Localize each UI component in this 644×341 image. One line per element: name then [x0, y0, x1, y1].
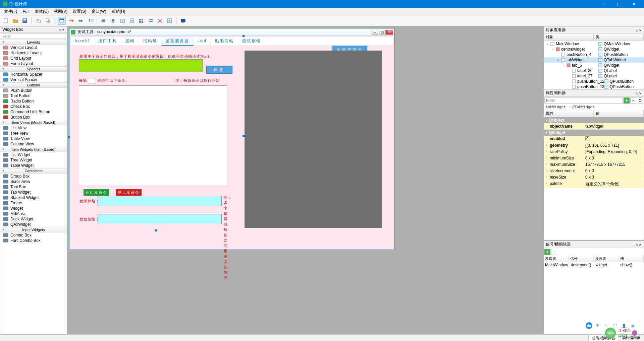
widget-item[interactable]: Widget [0, 206, 67, 211]
minimize-button[interactable]: ─ [597, 0, 612, 8]
close-panel-icon[interactable]: ✕ [62, 28, 65, 31]
float-icon[interactable]: ◇ [636, 243, 638, 247]
widget-item[interactable]: Horizontal Spacer [0, 72, 67, 77]
float-icon[interactable]: ◇ [636, 29, 638, 32]
bring-front-button[interactable] [44, 17, 52, 25]
widget-group-header[interactable]: Buttons [0, 82, 67, 88]
edit-taborder-button[interactable]: 12 [86, 17, 94, 25]
network-monitor[interactable]: 56% ↑1.8K/s ↓2K/s [605, 328, 637, 338]
widget-item[interactable]: Tab Widget [0, 190, 67, 195]
close-panel-icon[interactable]: ✕ [639, 243, 642, 247]
tree-row[interactable]: pushButton_13QPushButton [544, 84, 644, 89]
signal-header[interactable]: 发送者 信号 接收者 槽 [544, 256, 644, 262]
widget-item[interactable]: Grid Layout [0, 56, 67, 61]
widget-item[interactable]: Push Button [0, 88, 67, 93]
start-button[interactable]: 开始发命令 [84, 189, 109, 196]
remove-connection-button[interactable]: − [551, 249, 557, 255]
widget-group-header[interactable]: Item Views (Model-Based) [0, 120, 67, 125]
float-icon[interactable]: ◇ [636, 92, 638, 95]
form-tab[interactable]: 接口工具 [94, 37, 121, 46]
property-row[interactable]: sizePolicy[Expanding, Expanding, 0, 0] [544, 149, 644, 155]
form-tab[interactable]: cmd [194, 37, 211, 46]
form-tab[interactable]: base64 [71, 37, 94, 46]
widget-item[interactable]: Column View [0, 141, 67, 147]
widget-item[interactable]: Form Layout [0, 61, 67, 66]
widget-item[interactable]: Command Link Button [0, 109, 67, 115]
property-row[interactable]: geometry[(0, 10), 661 x 711] [544, 142, 644, 149]
property-section[interactable]: ▾ QObject [544, 117, 644, 123]
widget-group-header[interactable]: Item Widgets (Item-Based) [0, 147, 67, 152]
edit-buddies-button[interactable] [76, 17, 85, 25]
url-input[interactable] [79, 59, 203, 72]
property-section[interactable]: ▾ QWidget [544, 130, 644, 136]
widget-item[interactable]: Group Box [0, 174, 67, 179]
widget-group-header[interactable]: Layouts [0, 40, 67, 45]
accel-icon[interactable] [632, 330, 637, 336]
form-titlebar[interactable]: 测试工具 - suoyouxiangmu.ui* ─ ▢ ✕ [69, 28, 394, 36]
commands-textarea[interactable] [79, 85, 227, 185]
widget-item[interactable]: Vertical Spacer [0, 77, 67, 82]
widget-item[interactable]: Button Box [0, 115, 67, 120]
widget-group-header[interactable]: Spacers [0, 66, 67, 72]
save-button[interactable] [21, 17, 29, 25]
widget-item[interactable]: Dock Widget [0, 216, 67, 222]
property-grid[interactable]: ▾ QObjectobjectNametabWidget▾ QWidgetena… [544, 117, 644, 240]
form-close-button[interactable]: ✕ [386, 30, 393, 35]
property-row[interactable]: objectNametabWidget [544, 123, 644, 130]
layout-split-h-button[interactable] [118, 17, 126, 25]
menu-item[interactable]: 设置(S) [70, 8, 89, 15]
speed-percent[interactable]: 56% [605, 328, 616, 338]
menu-item[interactable]: Edit [20, 9, 32, 15]
signal-row[interactable]: MainWindowdestroyed()widgetshow() [544, 262, 644, 268]
form-tab[interactable]: 测试按钮 [238, 37, 265, 46]
tree-row[interactable]: ⌄tab_5QWidget [544, 63, 644, 68]
property-header[interactable]: 属性 值 [544, 110, 644, 117]
widget-item[interactable]: Stacked Widget [0, 195, 67, 200]
property-row[interactable]: palette自定义的(6 个角色) [544, 181, 644, 188]
add-property-button[interactable]: + [624, 97, 630, 104]
property-row[interactable]: enabled [544, 136, 644, 142]
object-header[interactable]: 对象 类 [544, 34, 644, 41]
menu-item[interactable]: 窗体(O) [32, 8, 51, 15]
widget-item[interactable]: Font Combo Box [0, 238, 67, 243]
tree-row[interactable]: pushButton_4QPushButton [544, 52, 644, 57]
widget-list[interactable]: LayoutsVertical LayoutHorizontal LayoutG… [0, 40, 67, 334]
property-filter-input[interactable] [544, 97, 623, 104]
widget-item[interactable]: Radio Button [0, 98, 67, 104]
add-connection-button[interactable]: + [544, 249, 550, 255]
menu-item[interactable]: 视图(V) [51, 8, 70, 15]
widget-group-header[interactable]: Input Widgets [0, 227, 67, 232]
detect-button[interactable]: 检测 [206, 66, 232, 74]
widget-item[interactable]: Scroll Area [0, 179, 67, 184]
widget-item[interactable]: Frame [0, 200, 67, 206]
widget-item[interactable]: Tool Box [0, 184, 67, 190]
tree-row[interactable]: label_26QLabel [544, 68, 644, 73]
layout-split-v-button[interactable] [128, 17, 136, 25]
tree-row[interactable]: ⌄tabWidgetQTabWidget [544, 57, 644, 63]
close-button[interactable]: ✕ [627, 0, 641, 8]
object-tree[interactable]: ⌄MainWindowQMainWindow⌄centralwidgetQWid… [544, 41, 644, 89]
widget-item[interactable]: MdiArea [0, 211, 67, 216]
tab-widget[interactable]: base64接口工具脱码找码场监测服务器cmd贴吧回帖测试按钮 [71, 37, 393, 46]
layout-grid-button[interactable] [137, 17, 145, 25]
widget-item[interactable]: List View [0, 125, 67, 131]
form-tab[interactable]: 贴吧回帖 [211, 37, 238, 46]
property-row[interactable]: baseSize0 x 0 [544, 174, 644, 181]
widget-item[interactable]: Check Box [0, 104, 67, 109]
property-row[interactable]: minimumSize0 x 0 [544, 155, 644, 161]
widget-item[interactable]: Tool Button [0, 93, 67, 98]
baidu-ime-icon[interactable]: du [586, 322, 592, 329]
layout-h-button[interactable] [100, 17, 108, 25]
menu-item[interactable]: 窗口(W) [89, 8, 109, 15]
widget-item[interactable]: Table Widget [0, 163, 67, 168]
widget-item[interactable]: Vertical Layout [0, 45, 67, 50]
tree-row[interactable]: ⌄centralwidgetQWidget [544, 47, 644, 52]
widget-filter-input[interactable] [1, 33, 66, 39]
widget-item[interactable]: Horizontal Layout [0, 50, 67, 56]
maximize-button[interactable]: ▢ [612, 0, 627, 8]
form-tab[interactable]: 找码场 [139, 37, 162, 46]
send-back-button[interactable] [35, 17, 43, 25]
remove-property-button[interactable]: − [630, 97, 636, 104]
new-button[interactable] [2, 17, 10, 25]
widget-item[interactable]: Table View [0, 136, 67, 141]
